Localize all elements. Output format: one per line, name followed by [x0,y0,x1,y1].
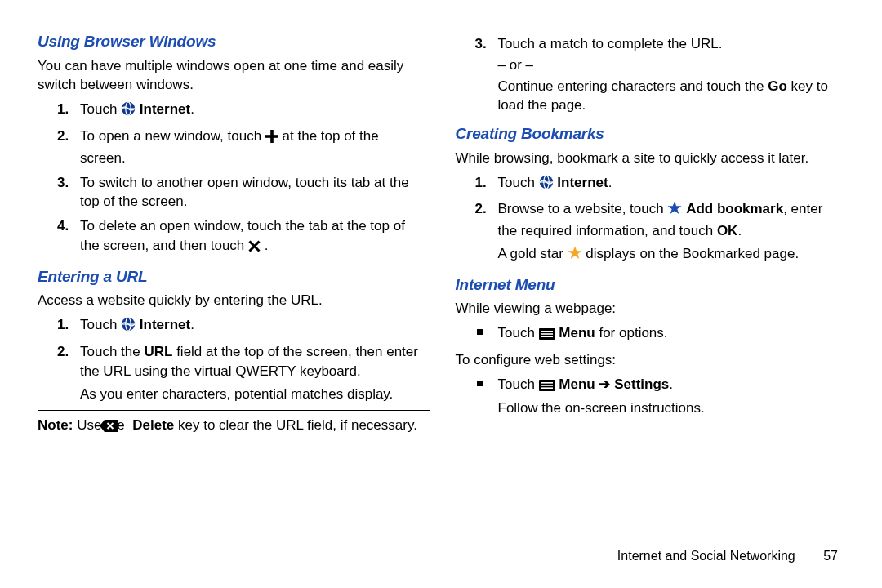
chapter-title: Internet and Social Networking [617,549,795,563]
step-item: Touch the URL field at the top of the sc… [80,342,430,403]
text: Touch a match to complete the URL. [498,36,723,51]
svg-rect-18 [541,331,553,332]
step-item: Touch Internet. [80,100,430,122]
globe-icon [539,175,554,195]
text: . [608,175,612,190]
text: To delete an open window, touch the tab … [80,218,405,253]
internet-label: Internet [140,317,190,332]
svg-rect-24 [541,387,553,389]
svg-rect-19 [541,333,553,335]
globe-icon [121,317,136,337]
step-item: Touch Internet. [498,173,848,195]
close-icon [248,238,261,258]
add-bookmark-label: Add bookmark [686,201,783,216]
svg-marker-15 [668,202,682,215]
text: Touch the [80,344,144,359]
bullet-list: Touch Menu for options. [456,323,848,345]
star-gold-icon [568,246,582,266]
internet-label: Internet [557,175,608,190]
heading-internet-menu: Internet Menu [456,274,848,296]
step-item: Touch a match to complete the URL. – or … [498,34,848,115]
text: . [669,376,673,392]
heading-using-browser-windows: Using Browser Windows [38,31,430,53]
text: While viewing a webpage: [456,299,848,318]
step-item: To open a new window, touch at the top o… [80,127,430,168]
bullet-item: Touch Menu ➔ Settings. Follow the on-scr… [498,375,848,418]
text: Touch [498,325,539,341]
text: Continue entering characters and touch t… [498,78,768,94]
text: displays on the Bookmarked page. [582,246,800,261]
text: Browse to a website, touch [498,201,668,216]
svg-rect-20 [541,336,553,338]
ok-label: OK [717,223,738,238]
menu-label: Menu [559,325,595,341]
text: Touch [80,317,121,332]
globe-icon [121,101,136,122]
bullet-list: Touch Menu ➔ Settings. Follow the on-scr… [456,375,848,418]
step-item: Touch Internet. [80,315,430,337]
text: To configure web settings: [456,350,848,370]
svg-rect-4 [265,135,278,138]
url-label: URL [144,344,172,359]
bullet-item: Touch Menu for options. [498,323,848,345]
menu-icon [539,377,555,397]
text: A gold star [498,246,568,261]
steps-browser-windows: Touch Internet. To open a new window, to… [38,100,430,258]
text: Touch [498,376,539,392]
text: Touch [498,175,539,190]
text: . [190,317,194,332]
text: Follow the on-screen instructions. [498,400,705,416]
steps-entering-url-part1: Touch Internet. Touch the URL field at t… [38,315,430,403]
svg-rect-23 [541,385,553,386]
text: . [261,238,268,253]
text: key to clear the URL field, if necessary… [174,417,417,433]
arrow-icon: ➔ [595,376,614,392]
heading-creating-bookmarks: Creating Bookmarks [456,123,848,145]
page-number: 57 [823,547,838,565]
text: As you enter characters, potential match… [80,386,393,402]
step-item: To switch to another open window, touch … [80,173,430,212]
intro-text: You can have multiple windows open at on… [38,56,430,96]
note-block: Note: Use the Delete key to clear the UR… [38,410,430,443]
text: . [737,223,742,238]
text: . [190,101,194,117]
intro-text: Access a website quickly by entering the… [38,291,430,310]
star-blue-icon [667,201,682,221]
go-label: Go [768,78,787,94]
menu-label: Menu [559,376,595,392]
note-label: Note: [38,417,73,433]
page-footer: Internet and Social Networking 57 [617,547,838,565]
internet-label: Internet [140,101,190,117]
svg-rect-22 [541,382,553,384]
intro-text: While browsing, bookmark a site to quick… [456,149,848,168]
delete-label: Delete [132,417,174,433]
plus-icon [265,129,278,149]
content-columns: Using Browser Windows You can have multi… [38,31,847,505]
svg-marker-16 [568,246,581,259]
or-text: – or – [498,57,533,73]
heading-entering-url: Entering a URL [38,266,430,288]
manual-page: Using Browser Windows You can have multi… [0,0,882,588]
text: To open a new window, touch [80,128,265,144]
steps-entering-url-part2: Touch a match to complete the URL. – or … [456,34,848,115]
settings-label: Settings [614,376,669,392]
step-item: Browse to a website, touch Add bookmark,… [498,199,848,265]
menu-icon [539,326,555,345]
text: Touch [80,101,121,117]
steps-creating-bookmarks: Touch Internet. Browse to a website, tou… [456,173,848,266]
text: for options. [595,325,668,341]
step-item: To delete an open window, touch the tab … [80,216,430,258]
